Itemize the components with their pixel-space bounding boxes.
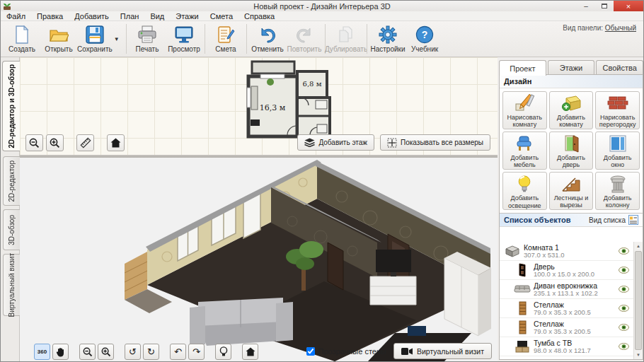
plan-2d-canvas[interactable]: 16,3 м 6,8 м Добавить этаж bbox=[20, 57, 498, 155]
visibility-eye-icon[interactable] bbox=[619, 305, 629, 312]
scroll-down-icon[interactable]: ▼ bbox=[634, 351, 643, 359]
objects-header-title: Список объектов bbox=[504, 216, 589, 224]
ruler-icon bbox=[80, 137, 91, 148]
redo-button[interactable]: Повторить bbox=[286, 23, 323, 53]
open-project-button[interactable]: Открыть bbox=[40, 23, 77, 53]
zoom-in-button[interactable] bbox=[46, 134, 64, 151]
tab-2d-editor[interactable]: 2D-редактор bbox=[3, 156, 20, 206]
menu-view[interactable]: Вид bbox=[150, 12, 164, 21]
estimate-button[interactable]: Смета bbox=[207, 23, 244, 53]
stairs-cutouts-button[interactable]: Лестницы и вырезы bbox=[549, 172, 594, 210]
minimize-button[interactable]: – bbox=[577, 1, 595, 11]
object-row-sofa[interactable]: Диван еврокнижка235.1 x 113.1 x 102.2 bbox=[500, 280, 633, 299]
visibility-eye-icon[interactable] bbox=[619, 286, 629, 293]
maximize-button[interactable] bbox=[595, 1, 614, 11]
draw-partition-button[interactable]: Нарисовать перегородку bbox=[595, 91, 640, 129]
menu-file[interactable]: Файл bbox=[6, 12, 25, 21]
tab-properties[interactable]: Свойства bbox=[596, 60, 643, 75]
new-project-button[interactable]: Создать bbox=[4, 23, 40, 53]
zoom-in-icon bbox=[50, 138, 60, 148]
room-object-icon bbox=[505, 245, 520, 257]
zoom-out-3d-button[interactable] bbox=[79, 344, 96, 360]
monitor-icon bbox=[174, 25, 194, 45]
menu-edit[interactable]: Правка bbox=[37, 12, 63, 21]
toolbar-separator bbox=[205, 24, 205, 54]
rotate-360-button[interactable]: 360 bbox=[34, 344, 50, 360]
brick-wall-icon bbox=[607, 94, 628, 112]
orbit-right-icon: ↷ bbox=[192, 346, 200, 357]
scroll-up-icon[interactable]: ▲ bbox=[634, 242, 643, 250]
zoom-in-3d-button[interactable] bbox=[98, 344, 114, 360]
add-furniture-button[interactable]: Добавить мебель bbox=[502, 132, 547, 170]
save-dropdown-arrow-icon[interactable]: ▼ bbox=[114, 36, 120, 42]
add-floor-button[interactable]: Добавить этаж bbox=[297, 134, 374, 151]
rotate-right-button[interactable]: ↻ bbox=[143, 344, 159, 360]
design-tools-grid: Нарисовать комнату Добавить комнату Нари… bbox=[500, 88, 643, 213]
save-project-button[interactable]: Сохранить ▼ bbox=[77, 23, 124, 53]
tab-floors[interactable]: Этажи bbox=[548, 60, 595, 75]
orbit-right-button[interactable]: ↷ bbox=[188, 344, 205, 360]
room-main-area-label: 16,3 м bbox=[260, 103, 286, 112]
visibility-eye-icon[interactable] bbox=[619, 324, 629, 331]
objects-list-header: Список объектов Вид списка bbox=[500, 213, 643, 227]
menu-floors[interactable]: Этажи bbox=[176, 12, 198, 21]
ruler-button[interactable] bbox=[76, 134, 94, 151]
list-view-icon[interactable] bbox=[628, 215, 638, 225]
preview-button[interactable]: Просмотр bbox=[166, 23, 202, 53]
object-row-shelf-2[interactable]: Стеллаж79.0 x 35.3 x 200.5 bbox=[500, 318, 633, 337]
home-view-button[interactable] bbox=[242, 344, 258, 360]
add-window-button[interactable]: Добавить окно bbox=[595, 132, 640, 170]
print-button[interactable]: Печать bbox=[129, 23, 166, 53]
rotate-cw-icon: ↻ bbox=[147, 346, 155, 357]
tab-virtual-visit[interactable]: Виртуальный визит bbox=[3, 254, 20, 316]
rotate-left-button[interactable]: ↺ bbox=[125, 344, 141, 360]
print-label: Печать bbox=[136, 45, 159, 53]
fit-home-button[interactable] bbox=[107, 134, 125, 151]
transparent-walls-checkbox[interactable]: Прозрачные стены bbox=[306, 347, 386, 356]
panel-view-link[interactable]: Обычный bbox=[605, 24, 636, 32]
floor-plan-2d[interactable]: 16,3 м 6,8 м bbox=[245, 59, 331, 140]
menu-add[interactable]: Добавить bbox=[74, 12, 109, 21]
transparent-walls-input[interactable] bbox=[306, 347, 315, 356]
zoom-out-button[interactable] bbox=[25, 134, 43, 151]
object-row-door[interactable]: Дверь100.0 x 15.0 x 200.0 bbox=[500, 261, 633, 280]
open-project-label: Открыть bbox=[45, 45, 72, 53]
object-row-shelf-1[interactable]: Стеллаж79.0 x 35.3 x 200.5 bbox=[500, 299, 633, 318]
visibility-eye-icon[interactable] bbox=[619, 343, 629, 350]
window-icon bbox=[608, 134, 628, 153]
draw-room-button[interactable]: Нарисовать комнату bbox=[502, 91, 547, 129]
menu-plan[interactable]: План bbox=[120, 12, 139, 21]
object-row-palm[interactable]: Пальма127.4 x 116.2 x 158.5 bbox=[500, 356, 633, 359]
duplicate-button[interactable]: Дублировать bbox=[328, 23, 364, 53]
objects-scrollbar[interactable]: ▲ ▼ bbox=[633, 242, 643, 359]
object-row-tv-stand[interactable]: Тумба с ТВ98.0 x 48.0 x 121.7 bbox=[500, 337, 633, 356]
lighting-button[interactable] bbox=[215, 344, 231, 360]
tab-3d-view[interactable]: 3D-обзор bbox=[3, 209, 20, 250]
armchair-icon bbox=[514, 134, 535, 153]
menu-estimate[interactable]: Смета bbox=[210, 12, 233, 21]
show-all-dimensions-button[interactable]: Показывать все размеры bbox=[380, 134, 490, 151]
tab-project[interactable]: Проект bbox=[499, 60, 546, 76]
tutorial-button[interactable]: ? Учебник bbox=[406, 23, 443, 53]
orbit-left-button[interactable]: ↶ bbox=[170, 344, 186, 360]
add-room-button[interactable]: Добавить комнату bbox=[549, 91, 594, 129]
close-button[interactable]: × bbox=[614, 1, 643, 11]
visibility-eye-icon[interactable] bbox=[619, 267, 629, 274]
undo-button[interactable]: Отменить bbox=[249, 23, 286, 53]
visibility-eye-icon[interactable] bbox=[619, 247, 629, 255]
shelf-object-icon bbox=[519, 320, 527, 334]
column-icon bbox=[609, 175, 627, 193]
view-3d-canvas[interactable]: 360 ↺ ↻ ↶ ↷ bbox=[20, 158, 498, 362]
settings-button[interactable]: Настройки bbox=[369, 23, 406, 53]
add-door-button[interactable]: Добавить дверь bbox=[549, 132, 594, 170]
tab-2d-and-3d[interactable]: 2D-редактор и 3D-обзор bbox=[2, 61, 21, 151]
room-small-area-label: 6,8 м bbox=[303, 80, 322, 88]
virtual-visit-button[interactable]: Виртуальный визит bbox=[393, 343, 492, 359]
scrollbar-thumb[interactable] bbox=[635, 251, 642, 350]
object-row-room[interactable]: Комната 1307.0 x 531.0 bbox=[500, 242, 633, 261]
menu-help[interactable]: Справка bbox=[244, 12, 275, 21]
transparent-walls-label: Прозрачные стены bbox=[318, 347, 386, 356]
pan-button[interactable] bbox=[52, 344, 69, 360]
add-column-button[interactable]: Добавить колонну bbox=[595, 172, 640, 210]
add-light-button[interactable]: Добавить освещение bbox=[502, 172, 547, 210]
